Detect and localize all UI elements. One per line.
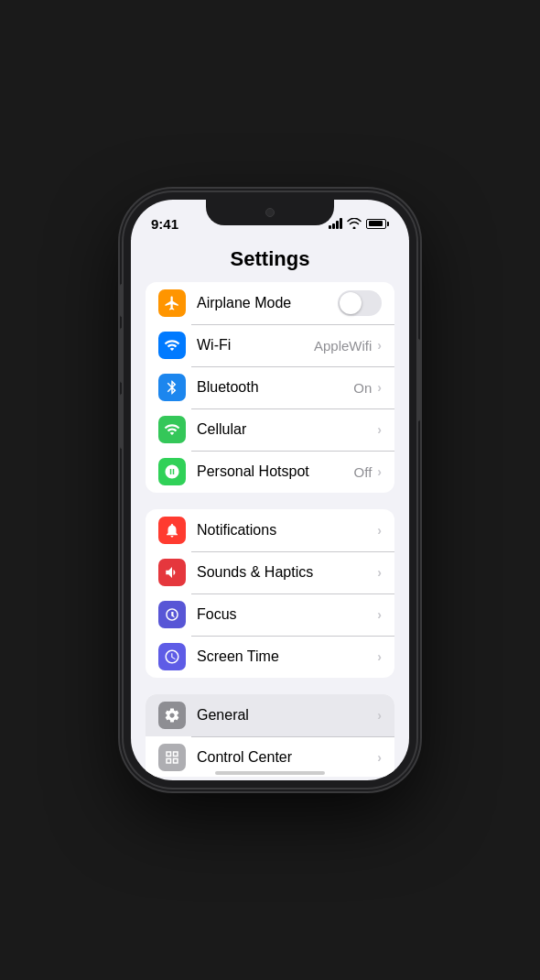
sounds-chevron: ›	[377, 565, 382, 580]
wifi-status-icon	[347, 218, 362, 229]
status-icons	[329, 218, 389, 229]
power-button[interactable]	[416, 339, 420, 421]
bluetooth-chevron: ›	[377, 380, 382, 395]
general-icon	[158, 702, 186, 729]
hotspot-label: Personal Hotspot	[197, 463, 354, 480]
hotspot-row[interactable]: Personal Hotspot Off ›	[146, 451, 394, 493]
settings-header: Settings	[131, 240, 409, 282]
home-indicator	[215, 771, 325, 775]
cellular-icon	[158, 416, 186, 443]
control-center-icon	[158, 744, 186, 771]
sounds-label: Sounds & Haptics	[197, 564, 377, 581]
control-center-chevron: ›	[377, 750, 382, 765]
wifi-value: AppleWifi	[314, 338, 372, 354]
notifications-chevron: ›	[377, 523, 382, 538]
notifications-group: Notifications › Sounds & Haptics ›	[146, 509, 394, 678]
mute-button[interactable]	[120, 284, 124, 317]
wifi-chevron: ›	[377, 338, 382, 353]
volume-down-button[interactable]	[120, 394, 124, 449]
phone-screen: 9:41	[131, 200, 409, 780]
notifications-label: Notifications	[197, 522, 377, 539]
screen-time-chevron: ›	[377, 649, 382, 664]
bluetooth-row[interactable]: Bluetooth On ›	[146, 366, 394, 408]
cellular-chevron: ›	[377, 422, 382, 437]
phone-frame: 9:41	[124, 192, 416, 788]
focus-chevron: ›	[377, 607, 382, 622]
general-row[interactable]: General ›	[146, 694, 394, 736]
airplane-mode-row[interactable]: Airplane Mode	[146, 282, 394, 324]
connectivity-group: Airplane Mode Wi-Fi AppleWif	[146, 282, 394, 493]
signal-icon	[329, 218, 342, 229]
notch	[206, 200, 334, 225]
battery-icon	[366, 219, 389, 229]
wifi-row[interactable]: Wi-Fi AppleWifi ›	[146, 324, 394, 366]
status-time: 9:41	[151, 216, 178, 232]
general-section: General › Control Center ›	[131, 694, 409, 777]
bluetooth-icon	[158, 374, 186, 401]
bluetooth-value: On	[353, 380, 372, 396]
focus-row[interactable]: Focus ›	[146, 593, 394, 636]
volume-up-button[interactable]	[120, 328, 124, 383]
general-label: General	[197, 707, 377, 724]
settings-scroll[interactable]: Airplane Mode Wi-Fi AppleWif	[131, 282, 409, 777]
general-chevron: ›	[377, 708, 382, 723]
screen-time-row[interactable]: Screen Time ›	[146, 636, 394, 678]
page-title: Settings	[146, 247, 394, 271]
screen-time-label: Screen Time	[197, 648, 377, 665]
hotspot-chevron: ›	[377, 464, 382, 479]
sounds-icon	[158, 559, 186, 586]
airplane-mode-toggle[interactable]	[338, 290, 382, 316]
screen-time-icon	[158, 643, 186, 670]
airplane-mode-label: Airplane Mode	[197, 295, 338, 311]
notifications-row[interactable]: Notifications ›	[146, 509, 394, 551]
sounds-row[interactable]: Sounds & Haptics ›	[146, 551, 394, 593]
wifi-icon	[158, 332, 186, 359]
cellular-label: Cellular	[197, 421, 377, 438]
hotspot-icon	[158, 458, 186, 485]
bluetooth-label: Bluetooth	[197, 379, 353, 396]
notifications-section: Notifications › Sounds & Haptics ›	[131, 509, 409, 678]
airplane-mode-icon	[158, 289, 186, 317]
notifications-icon	[158, 517, 186, 544]
control-center-label: Control Center	[197, 749, 377, 766]
wifi-label: Wi-Fi	[197, 337, 314, 354]
hotspot-value: Off	[354, 464, 373, 480]
camera	[265, 208, 275, 217]
focus-label: Focus	[197, 606, 377, 623]
focus-icon	[158, 601, 186, 628]
cellular-row[interactable]: Cellular ›	[146, 408, 394, 451]
connectivity-section: Airplane Mode Wi-Fi AppleWif	[131, 282, 409, 493]
general-group: General › Control Center ›	[146, 694, 394, 777]
